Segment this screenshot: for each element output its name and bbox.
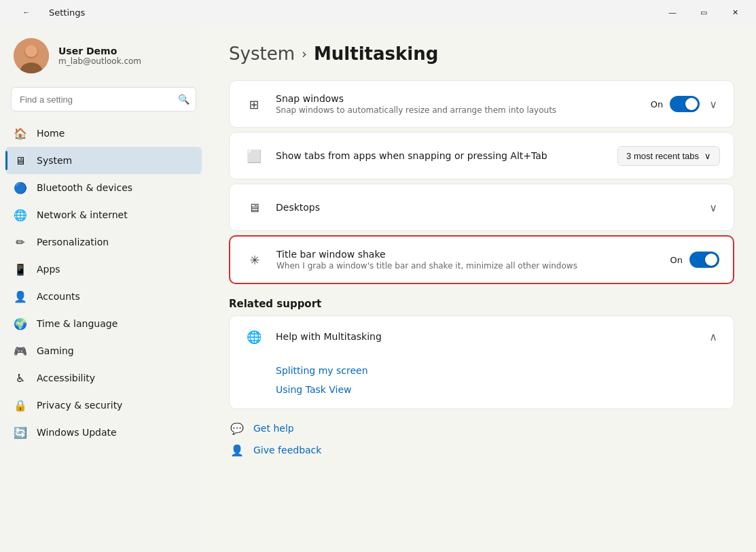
setting-card-title-bar-shake: ✳ Title bar window shake When I grab a w… xyxy=(229,235,734,284)
nav-label-accounts: Accounts xyxy=(37,291,80,302)
breadcrumb-current: Multitasking xyxy=(314,44,438,64)
sidebar-item-apps[interactable]: 📱 Apps xyxy=(5,256,202,283)
nav-icon-accounts: 👤 xyxy=(14,290,27,303)
support-link-task-view[interactable]: Using Task View xyxy=(276,381,687,398)
setting-card-snap-windows: ⊞ Snap windows Snap windows to automatic… xyxy=(229,80,734,128)
setting-control-title-bar-shake: On xyxy=(670,252,719,268)
nav-label-gaming: Gaming xyxy=(37,345,74,356)
toggle-label-title-bar-shake: On xyxy=(670,255,683,265)
nav-label-update: Windows Update xyxy=(37,427,117,438)
expand-icon-desktops[interactable]: ∨ xyxy=(706,199,720,217)
toggle-snap-windows[interactable] xyxy=(670,96,700,112)
setting-icon-desktops: 🖥 xyxy=(243,196,265,218)
sidebar-item-accessibility[interactable]: ♿ Accessibility xyxy=(5,364,202,392)
sidebar-item-update[interactable]: 🔄 Windows Update xyxy=(5,419,202,446)
sidebar: User Demo m_lab@outlook.com 🔍 🏠 Home 🖥 S… xyxy=(0,24,207,552)
minimize-button[interactable]: — xyxy=(657,0,688,24)
dropdown-show-tabs[interactable]: 3 most recent tabs ∨ xyxy=(617,146,720,166)
setting-row-desktops: 🖥 Desktops ∨ xyxy=(230,184,734,230)
setting-text-show-tabs: Show tabs from apps when snapping or pre… xyxy=(276,150,607,161)
setting-row-title-bar-shake: ✳ Title bar window shake When I grab a w… xyxy=(230,237,733,283)
nav-label-time: Time & language xyxy=(37,318,118,329)
nav-icon-accessibility: ♿ xyxy=(14,371,27,385)
sidebar-item-time[interactable]: 🌍 Time & language xyxy=(5,310,202,337)
sidebar-item-bluetooth[interactable]: 🔵 Bluetooth & devices xyxy=(5,174,202,201)
bottom-links: 💬 Get help 👤 Give feedback xyxy=(229,420,734,458)
sidebar-item-gaming[interactable]: 🎮 Gaming xyxy=(5,337,202,364)
close-button[interactable]: ✕ xyxy=(719,0,751,24)
nav-label-apps: Apps xyxy=(37,264,60,275)
nav-icon-network: 🌐 xyxy=(14,208,27,222)
sidebar-item-system[interactable]: 🖥 System xyxy=(5,147,202,174)
nav-label-accessibility: Accessibility xyxy=(37,373,95,383)
content-area: System › Multitasking ⊞ Snap windows Sna… xyxy=(207,24,756,552)
setting-icon-show-tabs: ⬜ xyxy=(243,145,265,167)
nav-label-privacy: Privacy & security xyxy=(37,400,122,411)
sidebar-item-privacy[interactable]: 🔒 Privacy & security xyxy=(5,392,202,419)
nav-icon-home: 🏠 xyxy=(14,126,27,140)
sidebar-item-network[interactable]: 🌐 Network & internet xyxy=(5,201,202,228)
setting-card-show-tabs: ⬜ Show tabs from apps when snapping or p… xyxy=(229,132,734,179)
nav-icon-bluetooth: 🔵 xyxy=(14,181,27,194)
sidebar-item-home[interactable]: 🏠 Home xyxy=(5,120,202,147)
bottom-link-get-help[interactable]: 💬 Get help xyxy=(229,420,734,436)
setting-text-desktops: Desktops xyxy=(276,202,696,213)
help-card: 🌐 Help with Multitasking ∧ Splitting my … xyxy=(229,315,734,409)
help-row[interactable]: 🌐 Help with Multitasking ∧ xyxy=(230,316,734,357)
nav-label-bluetooth: Bluetooth & devices xyxy=(37,182,132,193)
nav-icon-system: 🖥 xyxy=(14,154,27,167)
toggle-knob-title-bar-shake xyxy=(705,254,717,266)
support-link-splitting[interactable]: Splitting my screen xyxy=(276,362,687,379)
search-box: 🔍 xyxy=(11,87,196,111)
user-profile[interactable]: User Demo m_lab@outlook.com xyxy=(0,24,207,84)
toggle-title-bar-shake[interactable] xyxy=(689,252,719,268)
setting-title-snap-windows: Snap windows xyxy=(276,93,640,104)
nav-label-system: System xyxy=(37,155,72,166)
breadcrumb-parent: System xyxy=(229,44,295,64)
app-title: Settings xyxy=(49,7,85,18)
sidebar-item-personalization[interactable]: ✏️ Personalization xyxy=(5,228,202,256)
avatar xyxy=(14,38,49,73)
nav-icon-personalization: ✏️ xyxy=(14,235,27,249)
bottom-link-icon-get-help: 💬 xyxy=(229,420,245,436)
window-controls: — ▭ ✕ xyxy=(657,0,751,24)
back-button[interactable]: ← xyxy=(11,0,42,24)
bottom-link-give-feedback[interactable]: 👤 Give feedback xyxy=(229,442,734,458)
breadcrumb: System › Multitasking xyxy=(229,44,734,64)
related-support-title: Related support xyxy=(229,298,734,310)
app-container: User Demo m_lab@outlook.com 🔍 🏠 Home 🖥 S… xyxy=(0,24,756,552)
help-collapse-icon[interactable]: ∧ xyxy=(706,328,720,346)
nav-icon-gaming: 🎮 xyxy=(14,344,27,358)
setting-control-desktops: ∨ xyxy=(706,199,720,217)
user-name: User Demo xyxy=(58,46,141,56)
user-info: User Demo m_lab@outlook.com xyxy=(58,46,141,66)
setting-icon-title-bar-shake: ✳ xyxy=(244,249,266,271)
setting-row-snap-windows: ⊞ Snap windows Snap windows to automatic… xyxy=(230,81,734,127)
nav-icon-time: 🌍 xyxy=(14,317,27,330)
nav-list: 🏠 Home 🖥 System 🔵 Bluetooth & devices 🌐 … xyxy=(0,120,207,552)
help-links: Splitting my screenUsing Task View xyxy=(230,357,734,409)
sidebar-item-accounts[interactable]: 👤 Accounts xyxy=(5,283,202,310)
toggle-knob-snap-windows xyxy=(685,98,698,110)
search-input[interactable] xyxy=(11,87,196,111)
setting-desc-title-bar-shake: When I grab a window's title bar and sha… xyxy=(276,261,660,271)
chevron-down-icon: ∨ xyxy=(704,151,711,161)
maximize-button[interactable]: ▭ xyxy=(688,0,719,24)
expand-icon-snap-windows[interactable]: ∨ xyxy=(706,95,720,114)
nav-label-network: Network & internet xyxy=(37,209,128,220)
nav-icon-update: 🔄 xyxy=(14,426,27,439)
setting-row-show-tabs: ⬜ Show tabs from apps when snapping or p… xyxy=(230,133,734,179)
breadcrumb-arrow: › xyxy=(302,46,307,62)
bottom-link-label-get-help: Get help xyxy=(253,423,294,434)
help-title: Help with Multitasking xyxy=(276,331,696,342)
titlebar: ← Settings — ▭ ✕ xyxy=(0,0,756,24)
nav-label-personalization: Personalization xyxy=(37,237,109,247)
setting-control-show-tabs: 3 most recent tabs ∨ xyxy=(617,146,720,166)
bottom-link-label-give-feedback: Give feedback xyxy=(253,445,321,455)
titlebar-left: ← Settings xyxy=(11,0,85,24)
setting-card-desktops: 🖥 Desktops ∨ xyxy=(229,184,734,231)
nav-icon-privacy: 🔒 xyxy=(14,398,27,412)
toggle-label-snap-windows: On xyxy=(651,99,663,109)
setting-control-snap-windows: On ∨ xyxy=(651,95,720,114)
search-icon: 🔍 xyxy=(178,94,190,105)
